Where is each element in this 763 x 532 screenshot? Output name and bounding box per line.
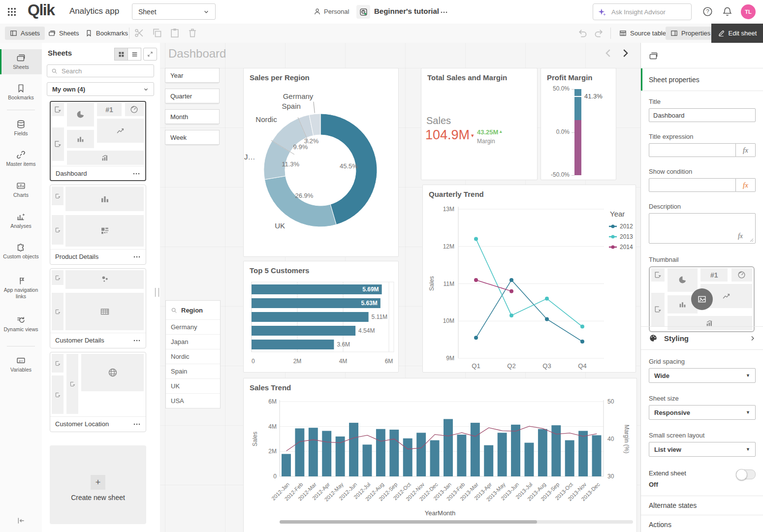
sheet-card-product-details[interactable]: Product Details — [50, 185, 146, 265]
rail-item-analyses[interactable]: Analyses — [0, 208, 42, 233]
combo-chart-icon — [101, 154, 109, 162]
delete-icon[interactable] — [187, 28, 198, 38]
insight-advisor-box[interactable] — [593, 3, 692, 20]
source-table-button[interactable]: Source table — [614, 27, 671, 40]
title-expression-fx-button[interactable]: fx — [736, 143, 756, 157]
chart-profit-margin[interactable]: Profit Margin 50.0%0.0%-50.0%41.3% — [540, 68, 616, 180]
sheet-card-menu-icon[interactable] — [133, 253, 141, 261]
help-icon[interactable]: ? — [702, 6, 713, 17]
title-expression-input[interactable] — [649, 143, 736, 157]
region-item-germany[interactable]: Germany — [166, 319, 220, 334]
rail-item-master-items[interactable]: Master items — [0, 146, 42, 171]
sheet-card-menu-icon[interactable] — [132, 170, 140, 178]
panel-resize-handle[interactable] — [155, 288, 159, 297]
rail-item-app-navigation-links[interactable]: App navigation links — [0, 272, 42, 304]
app-icon[interactable] — [356, 5, 370, 19]
show-condition-input[interactable] — [649, 178, 736, 192]
search-icon — [51, 68, 58, 74]
expand-panel-button[interactable] — [143, 48, 157, 61]
undo-icon[interactable] — [577, 28, 588, 38]
sheet-selector[interactable]: Sheet — [132, 3, 216, 20]
svg-text:5.63M: 5.63M — [361, 300, 377, 307]
sparkle-icon — [598, 8, 606, 16]
rail-item-dynamic-views[interactable]: Dynamic views — [0, 312, 42, 337]
tab-sheets[interactable]: Sheets — [43, 27, 84, 40]
region-item-spain[interactable]: Spain — [166, 364, 220, 378]
grid-view-button[interactable] — [114, 48, 128, 61]
sheet-card-customer-details[interactable]: Customer Details — [50, 268, 146, 348]
sheets-search-input[interactable] — [61, 67, 150, 75]
rail-item-fields[interactable]: Fields — [0, 116, 42, 141]
region-item-japan[interactable]: Japan — [166, 334, 220, 349]
notifications-icon[interactable] — [722, 6, 732, 17]
prev-sheet-icon[interactable] — [603, 48, 614, 59]
description-fx-button[interactable]: fx — [738, 232, 743, 240]
region-item-usa[interactable]: USA — [166, 393, 220, 408]
rail-label: Analyses — [10, 223, 32, 229]
rail-item-sheets[interactable]: Sheets — [0, 49, 42, 74]
tab-assets[interactable]: Assets — [5, 27, 45, 40]
filter-month[interactable]: Month — [165, 109, 220, 124]
sheets-search-box[interactable] — [47, 64, 154, 77]
chart-scrollbar-track[interactable] — [280, 520, 633, 524]
tab-bookmarks[interactable]: Bookmarks — [80, 27, 133, 40]
chart-quarterly-trend[interactable]: Quarterly Trend 13M12M11M10M9MQ1Q2Q3Q4Sa… — [422, 185, 636, 373]
resize-handle-icon[interactable] — [750, 238, 754, 242]
choose-image-button[interactable] — [691, 288, 713, 310]
alternate-states-section[interactable]: Alternate states — [641, 496, 763, 515]
copy-icon[interactable] — [152, 28, 162, 38]
chart-sales-trend[interactable]: Sales Trend 6M4M2M0504030SalesMargin (%)… — [243, 378, 637, 532]
assets-panel-icon — [10, 30, 17, 37]
rail-label: Fields — [14, 130, 28, 136]
show-condition-fx-button[interactable]: fx — [736, 178, 756, 192]
list-view-button[interactable] — [128, 48, 141, 61]
styling-section-button[interactable]: Styling — [641, 327, 763, 349]
actions-section[interactable]: Actions — [641, 515, 763, 532]
rail-item-custom-objects[interactable]: Custom objects — [0, 239, 42, 264]
collapse-rail-icon[interactable] — [17, 516, 26, 525]
collection-filter-dropdown[interactable]: My own (4) — [47, 82, 154, 96]
sheet-size-select[interactable]: Responsive ▼ — [649, 405, 756, 420]
sheet-card-menu-icon[interactable] — [133, 420, 141, 428]
region-item-uk[interactable]: UK — [166, 378, 220, 393]
filter-year[interactable]: Year — [165, 68, 220, 83]
sheet-card-customer-location[interactable]: Customer Location — [50, 352, 146, 432]
region-item-nordic[interactable]: Nordic — [166, 349, 220, 364]
svg-text:Sales: Sales — [428, 276, 435, 291]
create-new-sheet-button[interactable]: + Create new sheet — [50, 445, 146, 524]
chart-scrollbar-thumb[interactable] — [280, 520, 537, 524]
rail-item-charts[interactable]: Charts — [0, 177, 42, 202]
avatar[interactable]: TL — [741, 4, 756, 19]
chart-sales-per-region[interactable]: Sales per Region 45.5%26.9%UK11.3%J…9.9%… — [243, 68, 399, 257]
thumbnail-picker[interactable]: #1 — [649, 266, 755, 332]
rail-item-bookmarks[interactable]: Bookmarks — [0, 80, 42, 105]
more-options-icon[interactable] — [440, 8, 448, 16]
small-screen-select[interactable]: List view ▼ — [649, 442, 756, 457]
chart-top5-customers[interactable]: Top 5 Customers 02M4M6M5.69M5.63M5.11M4.… — [243, 261, 399, 373]
insight-advisor-input[interactable] — [610, 8, 686, 16]
edit-sheet-button[interactable]: Edit sheet — [711, 24, 763, 43]
next-sheet-icon[interactable] — [620, 48, 631, 59]
filter-quarter[interactable]: Quarter — [165, 89, 220, 103]
chart-total-sales-margin[interactable]: Total Sales and Margin Sales 104.9M ▾ 43… — [421, 68, 538, 180]
app-launcher-icon[interactable] — [7, 7, 17, 17]
paste-icon[interactable] — [169, 28, 180, 38]
cut-icon[interactable] — [134, 28, 145, 38]
qlik-logo[interactable]: Qlik — [28, 1, 54, 19]
rail-item-variables[interactable]: x=Variables — [0, 352, 42, 377]
redo-icon[interactable] — [594, 28, 604, 38]
svg-text:6M: 6M — [268, 398, 277, 405]
grid-spacing-select[interactable]: Wide ▼ — [649, 368, 756, 383]
section-title: Sheet properties — [649, 76, 699, 84]
sheet-card-dashboard[interactable]: #1 Dashboard — [50, 101, 146, 181]
region-listbox-header[interactable]: Region — [166, 301, 220, 319]
app-name-label[interactable]: Beginner's tutorial — [374, 7, 439, 15]
filter-week[interactable]: Week — [165, 130, 220, 145]
space-selector[interactable]: Personal — [314, 8, 349, 15]
sheet-card-menu-icon[interactable] — [133, 337, 141, 344]
extend-sheet-toggle[interactable] — [736, 469, 756, 479]
app-window: Qlik Analytics app Sheet Personal Beginn… — [0, 0, 763, 532]
title-input[interactable] — [649, 108, 756, 122]
sheet-icon[interactable] — [649, 51, 658, 61]
properties-button[interactable]: Properties — [666, 27, 715, 40]
